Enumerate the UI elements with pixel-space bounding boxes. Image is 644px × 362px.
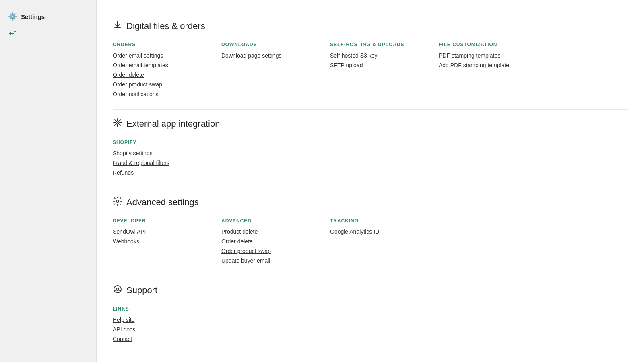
section-external-app-integration: External app integrationSHOPIFYShopify s… bbox=[113, 118, 628, 188]
section-icon-support bbox=[113, 284, 122, 296]
svg-point-14 bbox=[116, 288, 119, 290]
section-icon-digital-files-orders bbox=[113, 20, 122, 32]
col-link-advanced-0[interactable]: Product delete bbox=[221, 228, 326, 235]
sidebar-item-settings[interactable]: ⚙️ Settings bbox=[0, 8, 96, 25]
columns-external-app-integration: SHOPIFYShopify settingsFraud & regional … bbox=[113, 140, 628, 176]
column-shopify: SHOPIFYShopify settingsFraud & regional … bbox=[113, 140, 217, 176]
col-link-file-customization-1[interactable]: Add PDF stamping template bbox=[439, 62, 543, 68]
section-title-advanced-settings: Advanced settings bbox=[113, 196, 628, 208]
col-header-file-customization: FILE CUSTOMIZATION bbox=[439, 42, 543, 47]
column-file-customization: FILE CUSTOMIZATIONPDF stamping templates… bbox=[439, 42, 543, 97]
main-content: Digital files & ordersORDERSOrder email … bbox=[97, 0, 644, 362]
col-link-orders-0[interactable]: Order email settings bbox=[113, 52, 217, 59]
col-link-self-hosting-0[interactable]: Self-hosted S3 key bbox=[330, 52, 435, 59]
col-link-links-2[interactable]: Contact bbox=[113, 336, 217, 342]
col-link-shopify-2[interactable]: Refunds bbox=[113, 169, 217, 176]
col-links-shopify: Shopify settingsFraud & regional filters… bbox=[113, 150, 217, 176]
section-icon-advanced-settings bbox=[113, 196, 122, 208]
section-digital-files-orders: Digital files & ordersORDERSOrder email … bbox=[113, 20, 628, 110]
col-links-developer: SendOwl APIWebhooks bbox=[113, 228, 217, 245]
column-tracking: TRACKINGGoogle Analytics ID bbox=[330, 218, 435, 264]
column-developer: DEVELOPERSendOwl APIWebhooks bbox=[113, 218, 217, 264]
section-title-text-digital-files-orders: Digital files & orders bbox=[126, 21, 205, 31]
columns-digital-files-orders: ORDERSOrder email settingsOrder email te… bbox=[113, 42, 628, 97]
svg-rect-3 bbox=[14, 31, 16, 32]
col-header-advanced: ADVANCED bbox=[221, 218, 326, 224]
col-header-self-hosting: SELF-HOSTING & UPLOADS bbox=[330, 42, 435, 47]
section-advanced-settings: Advanced settingsDEVELOPERSendOwl APIWeb… bbox=[113, 196, 628, 276]
back-icon bbox=[8, 29, 17, 40]
sidebar: ⚙️ Settings bbox=[0, 0, 97, 362]
col-links-orders: Order email settingsOrder email template… bbox=[113, 52, 217, 97]
column-advanced: ADVANCEDProduct deleteOrder deleteOrder … bbox=[221, 218, 326, 264]
col-link-advanced-1[interactable]: Order delete bbox=[221, 238, 326, 245]
section-title-support: Support bbox=[113, 284, 628, 296]
column-downloads: DOWNLOADSDownload page settings bbox=[221, 42, 326, 97]
col-link-shopify-1[interactable]: Fraud & regional filters bbox=[113, 160, 217, 166]
col-link-tracking-0[interactable]: Google Analytics ID bbox=[330, 228, 435, 235]
section-title-external-app-integration: External app integration bbox=[113, 118, 628, 130]
col-links-downloads: Download page settings bbox=[221, 52, 326, 59]
col-link-orders-4[interactable]: Order notifications bbox=[113, 91, 217, 97]
col-link-file-customization-0[interactable]: PDF stamping templates bbox=[439, 52, 543, 59]
col-link-links-1[interactable]: API docs bbox=[113, 326, 217, 333]
col-link-downloads-0[interactable]: Download page settings bbox=[221, 52, 326, 59]
section-title-text-advanced-settings: Advanced settings bbox=[126, 197, 199, 208]
column-orders: ORDERSOrder email settingsOrder email te… bbox=[113, 42, 217, 97]
col-links-file-customization: PDF stamping templatesAdd PDF stamping t… bbox=[439, 52, 543, 68]
svg-point-13 bbox=[114, 286, 121, 293]
col-links-links: Help siteAPI docsContact bbox=[113, 317, 217, 342]
col-header-shopify: SHOPIFY bbox=[113, 140, 217, 145]
svg-marker-1 bbox=[9, 31, 11, 35]
col-link-links-0[interactable]: Help site bbox=[113, 317, 217, 323]
col-link-orders-2[interactable]: Order delete bbox=[113, 72, 217, 78]
column-links: LINKSHelp siteAPI docsContact bbox=[113, 306, 217, 342]
svg-rect-2 bbox=[14, 31, 14, 35]
section-title-text-external-app-integration: External app integration bbox=[126, 119, 220, 129]
col-links-advanced: Product deleteOrder deleteOrder product … bbox=[221, 228, 326, 264]
col-link-orders-1[interactable]: Order email templates bbox=[113, 62, 217, 68]
sidebar-settings-label: Settings bbox=[21, 13, 45, 20]
col-link-orders-3[interactable]: Order product swap bbox=[113, 81, 217, 88]
columns-advanced-settings: DEVELOPERSendOwl APIWebhooksADVANCEDProd… bbox=[113, 218, 628, 264]
col-link-advanced-3[interactable]: Update buyer email bbox=[221, 257, 326, 264]
col-links-self-hosting: Self-hosted S3 keySFTP upload bbox=[330, 52, 435, 68]
col-link-developer-1[interactable]: Webhooks bbox=[113, 238, 217, 245]
col-link-shopify-0[interactable]: Shopify settings bbox=[113, 150, 217, 156]
columns-support: LINKSHelp siteAPI docsContact bbox=[113, 306, 628, 342]
col-link-developer-0[interactable]: SendOwl API bbox=[113, 228, 217, 235]
svg-point-12 bbox=[116, 200, 119, 202]
col-header-orders: ORDERS bbox=[113, 42, 217, 47]
section-support: SupportLINKSHelp siteAPI docsContact bbox=[113, 284, 628, 354]
section-title-text-support: Support bbox=[126, 285, 157, 296]
col-header-downloads: DOWNLOADS bbox=[221, 42, 326, 47]
gear-icon: ⚙️ bbox=[8, 12, 17, 21]
column-self-hosting: SELF-HOSTING & UPLOADSSelf-hosted S3 key… bbox=[330, 42, 435, 97]
col-header-developer: DEVELOPER bbox=[113, 218, 217, 224]
section-title-digital-files-orders: Digital files & orders bbox=[113, 20, 628, 32]
sidebar-item-back[interactable] bbox=[0, 25, 96, 44]
svg-rect-4 bbox=[14, 35, 16, 35]
col-header-tracking: TRACKING bbox=[330, 218, 435, 224]
section-icon-external-app-integration bbox=[113, 118, 122, 130]
col-link-self-hosting-1[interactable]: SFTP upload bbox=[330, 62, 435, 68]
svg-rect-5 bbox=[114, 27, 121, 28]
col-link-advanced-2[interactable]: Order product swap bbox=[221, 248, 326, 254]
col-links-tracking: Google Analytics ID bbox=[330, 228, 435, 235]
col-header-links: LINKS bbox=[113, 306, 217, 312]
